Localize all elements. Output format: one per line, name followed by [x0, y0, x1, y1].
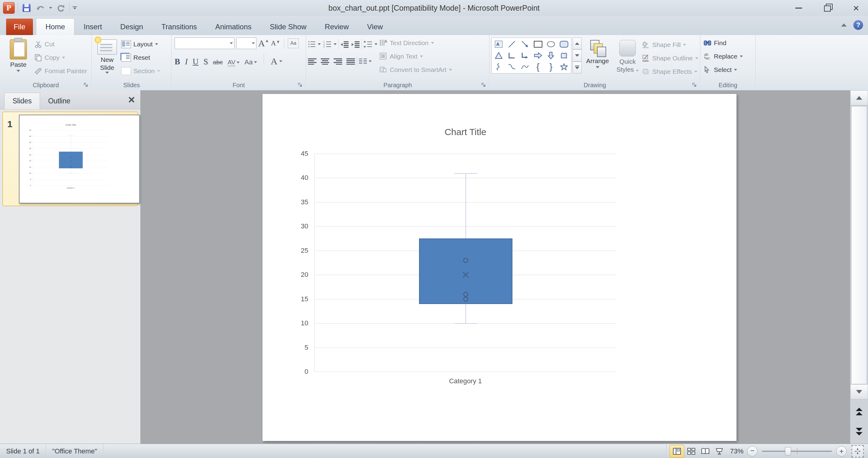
numbering-button[interactable]: 123 [323, 37, 337, 51]
new-slide-button[interactable]: New Slide [93, 37, 121, 78]
shape-line-icon[interactable] [506, 39, 518, 50]
fit-to-window-button[interactable] [851, 445, 864, 457]
tab-review[interactable]: Review [316, 19, 358, 35]
restore-button[interactable] [820, 3, 835, 13]
replace-button[interactable]: abac Replace [704, 50, 752, 63]
minimize-button[interactable] [791, 3, 806, 13]
shape-right-arrow-icon[interactable] [532, 50, 544, 61]
zoom-level[interactable]: 73% [726, 444, 747, 458]
bold-button[interactable]: B [175, 57, 180, 66]
format-painter-button[interactable]: Format Painter [34, 64, 87, 78]
character-spacing-button[interactable]: AV [228, 59, 240, 66]
tab-outline[interactable]: Outline [40, 93, 79, 109]
align-right-button[interactable] [334, 55, 342, 68]
font-name-combo[interactable] [175, 37, 235, 49]
columns-button[interactable] [359, 55, 372, 68]
slide-show-button[interactable] [712, 445, 726, 457]
next-slide-button[interactable] [850, 422, 868, 441]
find-button[interactable]: Find [704, 36, 752, 50]
select-button[interactable]: Select [704, 63, 752, 76]
line-spacing-button[interactable] [364, 37, 377, 51]
underline-button[interactable]: U [193, 57, 199, 66]
font-color-button[interactable]: A [271, 56, 282, 66]
text-shadow-button[interactable]: S [204, 57, 208, 66]
gallery-scroll-down-button[interactable] [572, 50, 582, 61]
shape-right-brace-icon[interactable]: } [545, 62, 557, 72]
customize-qat-button[interactable] [73, 6, 77, 9]
tab-home[interactable]: Home [36, 18, 74, 35]
undo-button[interactable] [35, 2, 46, 13]
x-axis-category-label[interactable]: Category 1 [33, 187, 109, 189]
shape-effects-button[interactable]: Shape Effects [642, 65, 698, 78]
quick-styles-button[interactable]: QuickStyles [613, 37, 642, 78]
redo-button[interactable] [55, 2, 66, 13]
shape-triangle-icon[interactable] [493, 50, 504, 61]
powerpoint-app-icon[interactable]: P [3, 2, 14, 14]
tab-slide-show[interactable]: Slide Show [261, 19, 316, 35]
shape-outline-button[interactable]: Shape Outline [642, 52, 698, 65]
paste-button[interactable]: Paste [2, 37, 34, 78]
tab-slides[interactable]: Slides [4, 93, 40, 109]
tab-view[interactable]: View [358, 19, 392, 35]
align-center-button[interactable] [321, 55, 329, 68]
shape-left-brace-icon[interactable]: { [532, 62, 544, 72]
zoom-in-button[interactable]: + [836, 446, 847, 456]
slide-thumbnail[interactable]: 1 Chart Title051015202530354045Category … [2, 111, 138, 206]
tab-design[interactable]: Design [111, 19, 152, 35]
slide-canvas[interactable]: Chart Title051015202530354045Category 1 [262, 94, 737, 441]
align-text-button[interactable]: Align Text [379, 50, 452, 63]
shapes-gallery[interactable]: A { } [491, 37, 571, 73]
x-axis-category-label[interactable]: Category 1 [314, 377, 617, 385]
font-dialog-launcher[interactable] [298, 83, 303, 88]
scroll-down-button[interactable] [850, 384, 868, 399]
reset-button[interactable]: Reset [121, 51, 160, 64]
shape-scribble-icon[interactable] [493, 62, 504, 72]
shape-freeform-icon[interactable] [558, 50, 570, 61]
zoom-out-button[interactable]: − [747, 446, 757, 456]
zoom-slider-thumb[interactable] [785, 447, 791, 456]
shape-rectangle-icon[interactable] [532, 39, 544, 50]
save-button[interactable] [21, 2, 32, 13]
shape-fill-button[interactable]: Shape Fill [642, 38, 698, 52]
paragraph-dialog-launcher[interactable] [481, 83, 487, 88]
scroll-up-button[interactable] [850, 90, 868, 105]
decrease-indent-button[interactable] [341, 37, 348, 51]
shrink-font-button[interactable]: A▼ [271, 39, 280, 47]
cut-button[interactable]: Cut [34, 37, 87, 51]
close-button[interactable]: × [848, 3, 864, 13]
bullets-button[interactable] [308, 37, 321, 51]
close-panel-button[interactable] [127, 95, 136, 104]
shape-rounded-rectangle-icon[interactable] [558, 39, 570, 50]
tab-insert[interactable]: Insert [74, 19, 111, 35]
previous-slide-button[interactable] [850, 402, 868, 421]
theme-name[interactable]: "Office Theme" [46, 444, 103, 458]
font-size-combo[interactable] [236, 37, 256, 49]
scrollbar-thumb[interactable] [851, 106, 867, 384]
grow-font-button[interactable]: A▲ [258, 38, 269, 48]
shape-textbox-icon[interactable]: A [493, 39, 504, 50]
shape-oval-icon[interactable] [545, 39, 557, 50]
slide-sorter-view-button[interactable] [684, 445, 698, 457]
gallery-scroll-up-button[interactable] [572, 37, 582, 50]
slide-counter[interactable]: Slide 1 of 1 [0, 444, 46, 458]
shape-elbow-icon[interactable] [506, 50, 518, 61]
chart-title[interactable]: Chart Title [33, 124, 109, 126]
shape-curve2-icon[interactable] [519, 62, 531, 72]
tab-file[interactable]: File [6, 19, 33, 35]
copy-button[interactable]: Copy [34, 51, 87, 64]
tab-transitions[interactable]: Transitions [152, 19, 206, 35]
increase-indent-button[interactable] [351, 37, 360, 51]
minimize-ribbon-icon[interactable] [841, 24, 847, 27]
justify-button[interactable] [346, 55, 355, 68]
chart-title[interactable]: Chart Title [314, 127, 617, 137]
normal-view-button[interactable] [670, 445, 684, 458]
zoom-slider[interactable] [762, 451, 832, 452]
shape-down-arrow-icon[interactable] [545, 50, 557, 61]
shape-arrow-icon[interactable] [519, 39, 531, 50]
shape-curve-icon[interactable] [506, 62, 518, 72]
shape-star-icon[interactable] [558, 62, 570, 72]
text-direction-button[interactable]: A Text Direction [379, 36, 452, 50]
clear-formatting-button[interactable]: Aa [288, 38, 299, 48]
clipboard-dialog-launcher[interactable] [84, 83, 89, 88]
gallery-more-button[interactable] [572, 62, 582, 73]
